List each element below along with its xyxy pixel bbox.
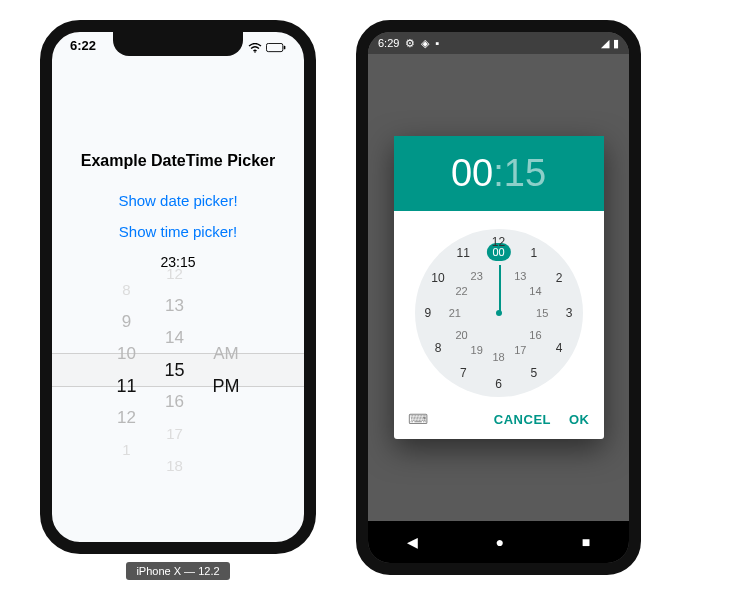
wheel-ampm-selected[interactable]: PM — [213, 370, 240, 402]
android-nav-bar: ◀ ● ■ — [368, 521, 629, 563]
ios-status-bar: 6:22 — [52, 38, 304, 58]
clock-num-13[interactable]: 13 — [514, 270, 526, 282]
wheel-hour-selected[interactable]: 11 — [116, 370, 136, 402]
wheel-hour-column[interactable]: 8 9 10 11 12 1 — [116, 274, 136, 466]
iphone-device: 6:22 Example DateTime Picker Show date p… — [40, 20, 316, 554]
cancel-button[interactable]: CANCEL — [494, 412, 551, 427]
page-title: Example DateTime Picker — [52, 152, 304, 170]
shield-icon: ◈ — [421, 37, 429, 50]
ios-status-right — [248, 38, 286, 58]
wheel-minute-option[interactable]: 12 — [166, 258, 183, 290]
svg-point-0 — [254, 51, 256, 53]
clock-num-2[interactable]: 2 — [556, 271, 563, 285]
clock-num-19[interactable]: 19 — [471, 344, 483, 356]
square-icon: ▪ — [435, 37, 439, 49]
clock-num-21[interactable]: 21 — [449, 307, 461, 319]
android-status-bar: 6:29 ⚙ ◈ ▪ ◢ ▮ — [368, 32, 629, 54]
clock-num-4[interactable]: 4 — [556, 341, 563, 355]
wifi-icon — [248, 43, 262, 53]
clock-num-11[interactable]: 11 — [457, 246, 470, 260]
nav-recent-icon[interactable]: ■ — [582, 534, 590, 550]
clock-num-6[interactable]: 6 — [495, 377, 502, 391]
battery-icon — [266, 43, 286, 53]
android-status-time: 6:29 — [378, 37, 399, 49]
gear-icon: ⚙ — [405, 37, 415, 50]
wheel-hour-option[interactable]: 9 — [122, 306, 131, 338]
clock-num-8[interactable]: 8 — [435, 341, 442, 355]
svg-rect-1 — [266, 43, 282, 51]
dialog-time-header: 00:15 — [394, 136, 604, 211]
wheel-minute-option[interactable]: 18 — [166, 450, 183, 482]
clock-num-16[interactable]: 16 — [529, 329, 541, 341]
clock-face[interactable]: 00 12 1 2 3 4 5 6 7 8 9 10 11 13 14 — [415, 229, 583, 397]
show-date-picker-link[interactable]: Show date picker! — [52, 192, 304, 209]
wheel-minute-column[interactable]: 12 13 14 15 16 17 18 — [165, 258, 185, 482]
android-device: 6:29 ⚙ ◈ ▪ ◢ ▮ 00:15 00 12 1 2 — [356, 20, 641, 575]
dialog-hour[interactable]: 00 — [451, 152, 493, 194]
dialog-minute[interactable]: 15 — [504, 152, 546, 194]
wheel-hour-option[interactable]: 10 — [117, 338, 136, 370]
wheel-minute-selected[interactable]: 15 — [165, 354, 185, 386]
clock-num-20[interactable]: 20 — [455, 329, 467, 341]
battery-icon: ▮ — [613, 37, 619, 50]
clock-num-14[interactable]: 14 — [529, 285, 541, 297]
clock-num-10[interactable]: 10 — [431, 271, 444, 285]
clock-num-1[interactable]: 1 — [530, 246, 537, 260]
wheel-minute-option[interactable]: 14 — [165, 322, 184, 354]
keyboard-icon[interactable]: ⌨ — [408, 411, 428, 427]
nav-back-icon[interactable]: ◀ — [407, 534, 418, 550]
wheel-hour-option[interactable]: 8 — [122, 274, 130, 306]
wheel-minute-option[interactable]: 17 — [166, 418, 183, 450]
clock-num-23[interactable]: 23 — [471, 270, 483, 282]
clock-num-3[interactable]: 3 — [566, 306, 573, 320]
ok-button[interactable]: OK — [569, 412, 590, 427]
clock-num-7[interactable]: 7 — [460, 366, 467, 380]
nav-home-icon[interactable]: ● — [496, 534, 504, 550]
wheel-hour-option[interactable]: 1 — [122, 434, 130, 466]
device-caption: iPhone X — 12.2 — [126, 562, 229, 580]
signal-icon: ◢ — [601, 37, 609, 50]
svg-rect-2 — [284, 46, 286, 50]
ios-content: Example DateTime Picker Show date picker… — [52, 32, 304, 460]
clock-num-9[interactable]: 9 — [425, 306, 432, 320]
wheel-minute-option[interactable]: 13 — [165, 290, 184, 322]
wheel-hour-option[interactable]: 12 — [117, 402, 136, 434]
wheel-ampm-column[interactable]: AM PM — [213, 338, 240, 402]
clock-num-18[interactable]: 18 — [492, 351, 504, 363]
clock-num-17[interactable]: 17 — [514, 344, 526, 356]
clock-num-15[interactable]: 15 — [536, 307, 548, 319]
clock-hand — [499, 265, 501, 313]
ios-status-time: 6:22 — [70, 38, 96, 58]
clock-num-12[interactable]: 12 — [492, 235, 505, 249]
wheel-ampm-option[interactable]: AM — [213, 338, 239, 370]
show-time-picker-link[interactable]: Show time picker! — [52, 223, 304, 240]
clock-num-5[interactable]: 5 — [530, 366, 537, 380]
time-picker-dialog: 00:15 00 12 1 2 3 4 5 6 7 8 9 — [394, 136, 604, 439]
wheel-minute-option[interactable]: 16 — [165, 386, 184, 418]
android-body: 00:15 00 12 1 2 3 4 5 6 7 8 9 — [368, 54, 629, 521]
ios-time-wheel[interactable]: 8 9 10 11 12 1 12 13 14 15 16 17 1 — [52, 280, 304, 460]
clock-num-22[interactable]: 22 — [455, 285, 467, 297]
